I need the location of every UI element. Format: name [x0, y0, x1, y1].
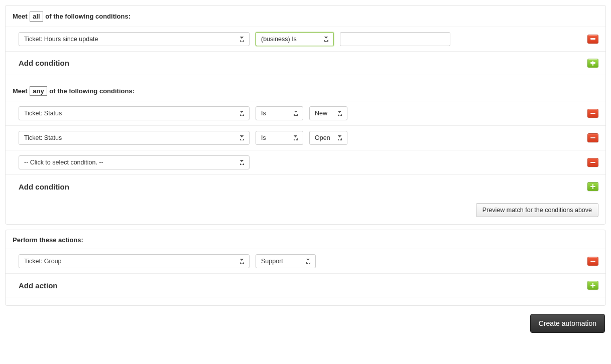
minus-icon — [590, 261, 595, 262]
condition-row: Ticket: Hours since update (business) Is — [6, 27, 605, 51]
minus-icon — [590, 113, 595, 114]
conditions-panel: Meet all of the following conditions: Ti… — [5, 5, 606, 225]
remove-condition-button[interactable] — [587, 158, 598, 167]
header-text: Meet — [13, 13, 28, 20]
header-text: Meet — [13, 87, 28, 95]
condition-field-select[interactable]: -- Click to select condition. -- — [19, 155, 250, 169]
remove-action-button[interactable] — [587, 257, 598, 266]
remove-condition-button[interactable] — [587, 133, 598, 142]
actions-header: Perform these actions: — [6, 230, 605, 249]
plus-icon — [592, 61, 594, 66]
add-action-label: Add action — [19, 281, 58, 290]
plus-icon — [592, 283, 594, 288]
condition-value-select[interactable]: New — [309, 106, 347, 120]
add-action-row: Add action — [6, 273, 605, 297]
action-value-select[interactable]: Support — [256, 254, 316, 268]
condition-value-input[interactable] — [340, 32, 450, 46]
add-condition-label: Add condition — [19, 59, 69, 67]
action-row: Ticket: Group Support — [6, 249, 605, 273]
preview-match-button[interactable]: Preview match for the conditions above — [476, 203, 598, 217]
footer: Create automation — [5, 311, 606, 336]
remove-condition-button[interactable] — [587, 35, 598, 44]
condition-operator-select[interactable]: Is — [256, 131, 303, 145]
minus-icon — [590, 38, 595, 40]
condition-row: Ticket: Status Is New — [6, 101, 605, 125]
all-conditions-header: Meet all of the following conditions: — [6, 6, 605, 27]
add-condition-button[interactable] — [587, 182, 598, 191]
condition-operator-select[interactable]: (business) Is — [256, 32, 334, 46]
remove-condition-button[interactable] — [587, 109, 598, 118]
condition-value-select[interactable]: Open — [309, 131, 347, 145]
condition-field-select[interactable]: Ticket: Status — [19, 106, 250, 120]
condition-row: Ticket: Status Is Open — [6, 125, 605, 150]
preview-wrap: Preview match for the conditions above — [6, 198, 605, 224]
header-text: of the following conditions: — [45, 13, 131, 20]
match-mode-any[interactable]: any — [30, 86, 47, 96]
add-condition-row: Add condition — [6, 51, 605, 75]
add-condition-label: Add condition — [19, 183, 69, 191]
header-text: of the following conditions: — [49, 87, 135, 95]
action-field-select[interactable]: Ticket: Group — [19, 254, 250, 268]
condition-field-select[interactable]: Ticket: Status — [19, 131, 250, 145]
condition-field-select[interactable]: Ticket: Hours since update — [19, 32, 250, 46]
minus-icon — [590, 162, 595, 163]
add-condition-button[interactable] — [587, 59, 598, 68]
add-action-button[interactable] — [587, 281, 598, 290]
minus-icon — [590, 137, 595, 139]
condition-row: -- Click to select condition. -- — [6, 150, 605, 174]
any-conditions-header: Meet any of the following conditions: — [6, 75, 605, 101]
condition-operator-select[interactable]: Is — [256, 106, 303, 120]
plus-icon — [592, 184, 594, 189]
create-automation-button[interactable]: Create automation — [530, 314, 605, 333]
add-condition-row: Add condition — [6, 174, 605, 198]
actions-panel: Perform these actions: Ticket: Group Sup… — [5, 230, 606, 306]
match-mode-all[interactable]: all — [30, 12, 43, 22]
